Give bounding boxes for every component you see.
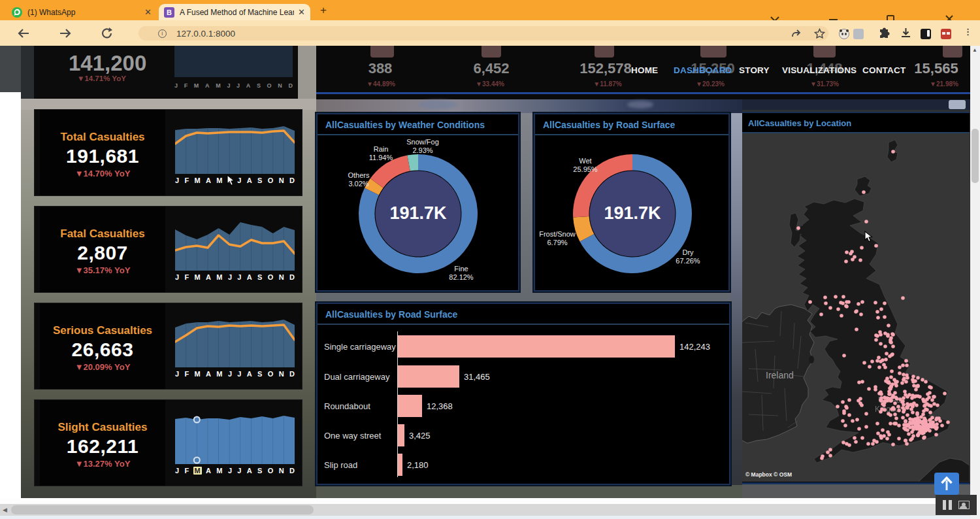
svg-text:Ireland: Ireland bbox=[766, 370, 794, 380]
